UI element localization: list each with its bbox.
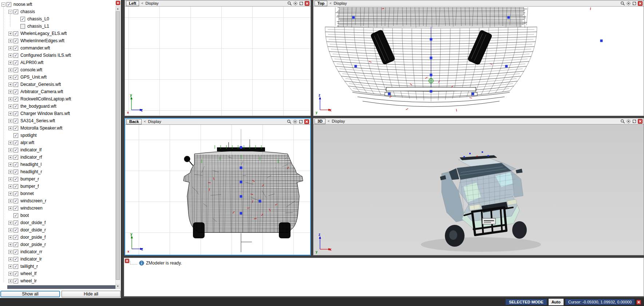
tree-item[interactable]: +✓the_bodyguard.wft bbox=[0, 103, 115, 110]
tree-item[interactable]: +✓door_pside_r bbox=[0, 241, 115, 248]
close-icon[interactable] bbox=[305, 1, 309, 6]
tree-item-label[interactable]: indicator_lf bbox=[20, 147, 42, 152]
close-icon[interactable] bbox=[116, 1, 120, 5]
viewport-display-menu[interactable]: Display bbox=[148, 119, 161, 124]
expand-icon[interactable]: + bbox=[8, 163, 12, 167]
tree-item-label[interactable]: Arbitrator_Camera.wft bbox=[20, 89, 64, 94]
expand-icon[interactable]: + bbox=[8, 235, 12, 239]
expand-icon[interactable]: + bbox=[8, 39, 12, 43]
expand-icon[interactable]: + bbox=[8, 177, 12, 181]
tree-item[interactable]: +✓windscreen bbox=[0, 204, 115, 212]
visibility-checkbox[interactable]: ✓ bbox=[13, 228, 18, 233]
tree-item-label[interactable]: RockwellCollinsLaptop.wft bbox=[20, 96, 72, 102]
viewport-canvas[interactable]: zxy bbox=[313, 124, 644, 255]
tree-item-label[interactable]: commander.wft bbox=[20, 45, 51, 51]
visibility-checkbox[interactable]: ✓ bbox=[13, 206, 18, 211]
visibility-checkbox[interactable]: ✓ bbox=[13, 82, 18, 87]
viewport-menu-arrow[interactable]: < bbox=[329, 1, 332, 5]
visibility-checkbox[interactable]: ✓ bbox=[13, 97, 18, 102]
tree-item-label[interactable]: indicator_rr bbox=[20, 249, 43, 254]
tree-item[interactable]: +✓commander.wft bbox=[0, 44, 115, 52]
tree-item[interactable]: +✓door_dside_r bbox=[0, 226, 115, 234]
expand-icon[interactable]: + bbox=[8, 243, 12, 247]
visibility-checkbox[interactable]: ✓ bbox=[13, 271, 18, 276]
maximize-icon[interactable] bbox=[299, 119, 303, 124]
tree-item-label[interactable]: wheel_lr bbox=[20, 278, 37, 283]
tree-item[interactable]: +✓wheel_lr bbox=[0, 277, 115, 285]
tree-item-label[interactable]: SA314_Series.wft bbox=[20, 118, 56, 123]
expand-icon[interactable]: + bbox=[8, 192, 12, 196]
tree-item-label[interactable]: headlight_l bbox=[20, 162, 42, 167]
expand-icon[interactable]: + bbox=[8, 141, 12, 145]
expand-icon[interactable]: + bbox=[8, 250, 12, 254]
tree-item[interactable]: +✓indicator_lr bbox=[0, 255, 115, 263]
tree-item-label[interactable]: boot bbox=[20, 213, 29, 218]
visibility-checkbox[interactable]: ✓ bbox=[13, 242, 18, 247]
tree-item-label[interactable]: Decatur_Genesis.wft bbox=[20, 82, 62, 87]
tree-item-label[interactable]: indicator_rf bbox=[20, 155, 43, 160]
expand-icon[interactable]: + bbox=[8, 97, 12, 101]
visibility-checkbox[interactable]: ✓ bbox=[13, 220, 18, 225]
tree-item[interactable]: +✓SA314_Series.wft bbox=[0, 117, 115, 124]
visibility-checkbox[interactable]: ✓ bbox=[13, 90, 18, 94]
visibility-checkbox[interactable]: ✓ bbox=[13, 133, 18, 138]
visibility-checkbox[interactable]: ✓ bbox=[13, 177, 18, 182]
scroll-down-icon[interactable]: ▼ bbox=[116, 284, 120, 289]
zoom-icon[interactable] bbox=[620, 119, 625, 124]
show-all-button[interactable]: Show all bbox=[0, 291, 60, 297]
tree-item-label[interactable]: bonnet bbox=[20, 191, 35, 196]
viewport-menu-arrow[interactable]: < bbox=[143, 120, 146, 123]
tree-item-label[interactable]: ALPR00.wft bbox=[20, 60, 44, 65]
tree-item[interactable]: +✓Decatur_Genesis.wft bbox=[0, 81, 115, 88]
tree-item-label[interactable]: WhelenLegacy_ELS.wft bbox=[20, 31, 67, 36]
tree-item-label[interactable]: WhelenInnerEdges.wft bbox=[20, 38, 65, 43]
expand-icon[interactable]: + bbox=[8, 68, 12, 72]
visibility-checkbox[interactable]: ✓ bbox=[13, 46, 18, 51]
tree-item[interactable]: ✓spotlight bbox=[0, 132, 115, 139]
tree-item-label[interactable]: chassis bbox=[20, 9, 36, 14]
visibility-checkbox[interactable]: ✓ bbox=[13, 148, 18, 152]
viewport-menu-arrow[interactable]: < bbox=[327, 119, 330, 123]
visibility-checkbox[interactable]: ✓ bbox=[7, 2, 11, 7]
expand-icon[interactable]: + bbox=[8, 199, 12, 203]
tree-item-label[interactable]: chassis_L0 bbox=[27, 16, 50, 21]
expand-icon[interactable]: + bbox=[8, 104, 12, 108]
scrollbar-thumb[interactable] bbox=[116, 11, 120, 280]
render-options-icon[interactable] bbox=[626, 1, 631, 6]
close-icon[interactable] bbox=[638, 119, 643, 124]
tree-item[interactable]: +✓bumper_r bbox=[0, 175, 115, 183]
tree-item-label[interactable]: the_bodyguard.wft bbox=[20, 104, 57, 109]
tree-item[interactable]: +✓indicator_lf bbox=[0, 146, 115, 154]
expand-icon[interactable]: + bbox=[8, 184, 12, 188]
tree-item[interactable]: −✓noose.wft bbox=[0, 1, 115, 8]
tree-item-label[interactable]: Motorolla Speaker.wft bbox=[20, 126, 63, 131]
render-options-icon[interactable] bbox=[293, 1, 298, 6]
maximize-icon[interactable] bbox=[299, 1, 304, 6]
zoom-icon[interactable] bbox=[620, 1, 625, 6]
visibility-checkbox[interactable]: ✓ bbox=[13, 257, 18, 262]
viewport-display-menu[interactable]: Display bbox=[334, 1, 347, 5]
maximize-icon[interactable] bbox=[632, 119, 637, 124]
visibility-checkbox[interactable] bbox=[20, 24, 25, 29]
tree-item[interactable]: chassis_L1 bbox=[0, 23, 115, 30]
tree-item-label[interactable]: headlight_r bbox=[20, 169, 43, 174]
tree-item-label[interactable]: door_pside_r bbox=[20, 242, 47, 247]
render-options-icon[interactable] bbox=[293, 119, 297, 124]
tree-item-partial[interactable] bbox=[7, 285, 120, 289]
visibility-checkbox[interactable]: ✓ bbox=[13, 184, 18, 189]
sidebar-scrollbar[interactable]: ▲ ▼ bbox=[115, 6, 120, 289]
visibility-checkbox[interactable]: ✓ bbox=[13, 68, 18, 72]
scroll-up-icon[interactable]: ▲ bbox=[116, 6, 120, 11]
tree-item[interactable]: +✓bumper_f bbox=[0, 183, 115, 190]
viewport-canvas[interactable]: yzx bbox=[125, 7, 311, 116]
visibility-checkbox[interactable]: ✓ bbox=[13, 119, 18, 123]
close-icon[interactable] bbox=[125, 259, 129, 263]
expand-icon[interactable]: + bbox=[8, 279, 12, 283]
expand-icon[interactable]: + bbox=[8, 83, 12, 87]
expand-icon[interactable]: + bbox=[8, 32, 12, 36]
auto-toggle[interactable]: Auto bbox=[549, 299, 564, 305]
tree-item-label[interactable]: taillight_r bbox=[20, 264, 39, 269]
viewport-display-menu[interactable]: Display bbox=[145, 1, 158, 5]
expand-icon[interactable]: + bbox=[8, 148, 12, 152]
visibility-checkbox[interactable]: ✓ bbox=[13, 39, 18, 43]
